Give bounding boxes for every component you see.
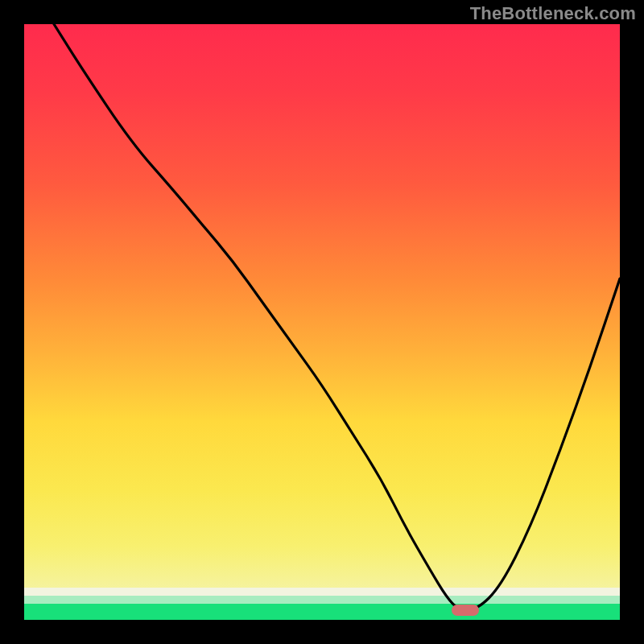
gradient-background — [24, 24, 620, 592]
green-strip — [24, 604, 620, 620]
optimal-marker — [452, 605, 479, 616]
pale-band — [24, 588, 620, 596]
plot-area — [24, 24, 620, 620]
watermark-text: TheBottleneck.com — [470, 3, 636, 24]
chart-frame: TheBottleneck.com — [0, 0, 644, 644]
palegreen-strip — [24, 596, 620, 604]
